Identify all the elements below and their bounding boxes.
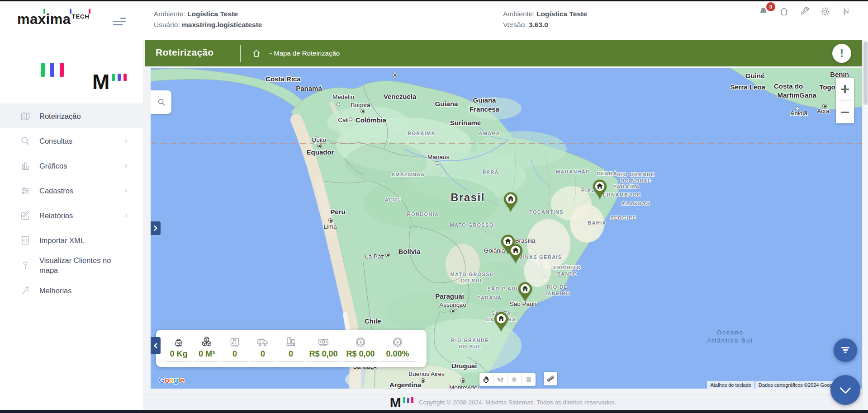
filter-icon — [841, 347, 850, 353]
footer-maxima-logo: M — [390, 396, 413, 409]
search-icon — [157, 98, 166, 107]
panel-expand-button[interactable] — [151, 221, 161, 235]
scroll-down-button[interactable] — [830, 375, 860, 405]
chevron-right-icon — [123, 138, 129, 144]
wrench-icon[interactable] — [800, 6, 810, 17]
stat-item: 0 — [278, 335, 304, 362]
sidebar-item-label: Importar XML — [39, 235, 85, 245]
chevron-right-icon — [123, 188, 129, 194]
maxima-tech-logo[interactable]: maxima TECH — [17, 11, 90, 29]
scrollbar-thumb[interactable] — [863, 42, 868, 105]
google-logo[interactable]: Google — [159, 376, 184, 385]
map-search-button[interactable] — [151, 90, 171, 114]
stat-value: 0 M³ — [199, 349, 215, 358]
sidebar-item-cadastros[interactable]: Cadastros — [0, 178, 144, 203]
sidebar-item-consultas[interactable]: Consultas — [0, 128, 144, 153]
env2-value: Logística Teste — [536, 10, 587, 18]
environment-version-info: Ambiente: Logística Teste Versão: 3.63.0 — [503, 9, 587, 30]
page-footer: M Copyright © 2008-2024. Máxima Sistemas… — [144, 394, 862, 410]
circle-icon — [510, 375, 519, 384]
map-filter-button[interactable] — [834, 338, 857, 362]
sidebar-menu: RoteirizaçãoConsultasGráficosCadastrosRe… — [0, 103, 144, 303]
sidebar-item-label: Visualizar Clientes no mapa — [39, 255, 130, 275]
sidebar-item-label: Relatórios — [39, 211, 73, 221]
app-header: maxima TECH Ambiente: Logística Teste Us… — [0, 1, 868, 40]
version-value: 3.63.0 — [529, 21, 548, 28]
n-icon[interactable] — [841, 6, 851, 17]
coin-icon: $ — [391, 335, 404, 349]
weight-icon: Kg — [172, 335, 185, 349]
brand-suffix: TECH — [71, 13, 89, 20]
zoom-control — [836, 78, 854, 123]
sidebar-item-label: Consultas — [39, 136, 72, 146]
brand-tick-green — [43, 9, 45, 14]
box-icon — [228, 335, 242, 349]
panel-collapse-button[interactable] — [151, 337, 161, 354]
breadcrumb-home-icon[interactable] — [252, 49, 261, 58]
stat-item: R$ 0,00 — [306, 335, 341, 362]
brand-tick-pink — [89, 9, 90, 14]
sidebar-item-graficos[interactable]: Gráficos — [0, 153, 144, 178]
watermark-m: M — [92, 72, 109, 92]
menu-toggle-icon[interactable] — [113, 18, 126, 26]
keyboard-shortcuts-link[interactable]: Atalhos do teclado — [707, 381, 754, 389]
measure-tool-button[interactable] — [544, 372, 557, 385]
sidebar-item-label: Cadastros — [39, 186, 73, 196]
chevron-right-icon — [123, 212, 129, 219]
top-strip — [0, 0, 868, 1]
drawing-tools — [479, 373, 536, 386]
sliders-icon — [20, 185, 31, 196]
stats-panel: Kg0 Kg0 M³000R$ 0,00$R$ 0,00$0.00% — [156, 330, 427, 367]
gear-icon[interactable] — [820, 6, 830, 17]
sidebar: M RoteirizaçãoConsultasGráficosCadastros… — [0, 40, 144, 410]
user-label: Usuário: — [154, 21, 180, 28]
environment-info: Ambiente: Logística Teste Usuário: maxst… — [154, 9, 262, 30]
client-marker[interactable] — [592, 179, 608, 200]
home-icon[interactable] — [779, 6, 789, 17]
zoom-out-button[interactable] — [836, 101, 854, 123]
sidebar-watermark-logo: M — [0, 40, 144, 103]
pallet-icon — [284, 335, 298, 349]
search-icon — [20, 136, 31, 146]
stat-item: $0.00% — [380, 335, 415, 362]
pan-tool-button[interactable] — [479, 373, 493, 386]
report-icon — [20, 210, 31, 221]
wand-icon — [20, 285, 31, 296]
sidebar-item-melhorias[interactable]: Melhorias — [0, 278, 144, 303]
zoom-in-button[interactable] — [836, 78, 854, 100]
main-content: Roteirização - Mapa de Roteirização ! — [144, 40, 868, 413]
xml-icon — [20, 235, 31, 246]
page-scrollbar — [862, 40, 868, 410]
alert-button[interactable]: ! — [832, 44, 851, 63]
stat-item: Kg0 Kg — [166, 335, 191, 362]
page-title: Roteirização — [156, 47, 213, 58]
sidebar-item-visualizar-clientes-no-mapa[interactable]: Visualizar Clientes no mapa — [0, 253, 144, 278]
stat-item: $R$ 0,00 — [343, 335, 378, 362]
circle-tool-button[interactable] — [508, 373, 522, 386]
bottom-strip — [0, 410, 868, 413]
client-marker[interactable] — [493, 311, 509, 332]
map-icon — [20, 111, 31, 122]
polygon-tool-button[interactable] — [493, 373, 508, 386]
footer-logo-m: M — [390, 396, 401, 409]
client-marker[interactable] — [517, 282, 533, 302]
chevron-down-icon — [840, 382, 851, 394]
sidebar-item-label: Gráficos — [39, 161, 67, 171]
stat-value: 0 Kg — [170, 349, 187, 358]
stat-item: 0 — [222, 335, 247, 362]
client-marker[interactable] — [503, 192, 519, 212]
client-marker[interactable] — [508, 243, 524, 264]
volume-icon — [200, 335, 213, 349]
user-value: maxstring.logisticateste — [182, 21, 262, 28]
sidebar-item-importar-xml[interactable]: Importar XML — [0, 228, 144, 253]
rectangle-tool-button[interactable] — [522, 373, 536, 386]
sidebar-item-relatorios[interactable]: Relatórios — [0, 203, 144, 228]
stat-value: R$ 0,00 — [346, 349, 375, 358]
notification-badge[interactable]: 0 — [766, 2, 775, 11]
map-canvas[interactable]: Costa RicaPanamáMedelínBogotáVenezuelaCa… — [151, 68, 862, 389]
truck-icon — [256, 335, 270, 349]
sidebar-item-label: Roteirização — [39, 111, 81, 121]
copyright-text: Copyright © 2008-2024. Máxima Sistemas. … — [419, 399, 617, 406]
sidebar-item-roteirizacao[interactable]: Roteirização — [0, 103, 144, 128]
version-label: Versão: — [503, 21, 527, 28]
